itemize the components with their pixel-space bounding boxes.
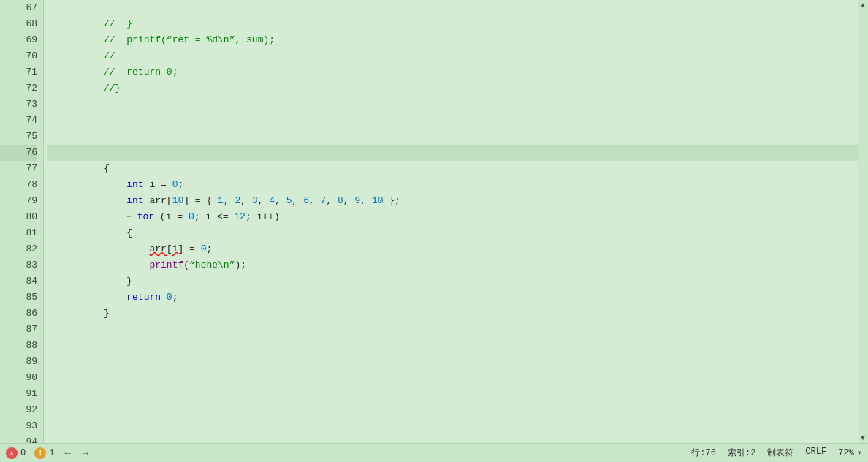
warning-indicator: ! 1 xyxy=(34,447,54,459)
code-line-71: //} xyxy=(47,64,858,80)
mode-indicator: 制表符 xyxy=(767,447,793,459)
code-line-78: int arr[10] = { 1, 2, 3, 4, 5, 6, 7, 8, … xyxy=(47,177,858,193)
line-num-91: 91 xyxy=(0,386,37,402)
line-num-87: 87 xyxy=(0,322,37,338)
nav-backward[interactable]: ← xyxy=(63,447,72,459)
line-num-69: 69 xyxy=(0,32,37,48)
line-num-90: 90 xyxy=(0,370,37,386)
code-line-90 xyxy=(47,370,858,386)
encoding-indicator: CRLF xyxy=(805,447,826,459)
line-num-67: 67 xyxy=(0,0,37,16)
line-num-83: 83 xyxy=(0,257,37,273)
zoom-control[interactable]: 72% ▾ xyxy=(838,447,862,459)
bottom-right-info: 行:76 索引:2 制表符 CRLF 72% ▾ xyxy=(691,447,862,459)
code-line-74 xyxy=(47,113,858,129)
line-num-76: 76 xyxy=(0,145,37,161)
line-num-68: 68 xyxy=(0,16,37,32)
line-num-70: 70 xyxy=(0,48,37,64)
line-num-73: 73 xyxy=(0,96,37,113)
code-line-77: int i = 0; xyxy=(47,161,858,177)
code-line-70: // return 0; xyxy=(47,48,858,64)
code-line-82: printf(“hehe\n”); xyxy=(47,241,858,257)
code-line-86 xyxy=(47,306,858,322)
code-line-93 xyxy=(47,418,858,434)
forward-arrow-icon[interactable]: → xyxy=(81,447,90,459)
code-line-73 xyxy=(47,96,858,113)
row-indicator: 行:76 xyxy=(691,447,716,459)
line-num-71: 71 xyxy=(0,64,37,80)
line-num-79: 79 xyxy=(0,193,37,209)
zoom-down-icon[interactable]: ▾ xyxy=(857,447,862,458)
line-num-88: 88 xyxy=(0,338,37,354)
scrollbar-vertical[interactable]: ▲ ▼ xyxy=(858,0,868,443)
zoom-level: 72% xyxy=(838,448,854,458)
error-icon: ✕ xyxy=(6,447,18,459)
code-line-84: return 0; xyxy=(47,273,858,289)
code-line-83: } xyxy=(47,257,858,273)
code-line-75: −int main() xyxy=(47,129,858,145)
line-num-84: 84 xyxy=(0,273,37,289)
line-num-77: 77 xyxy=(0,161,37,177)
code-content[interactable]: // } // printf(“ret = %d\n”, sum); // //… xyxy=(44,0,858,443)
code-line-79: − for (i = 0; i <= 12; i++) xyxy=(47,193,858,209)
line-num-85: 85 xyxy=(0,289,37,306)
col-indicator: 索引:2 xyxy=(728,447,755,459)
code-line-85: } xyxy=(47,289,858,306)
scrollbar-down-arrow[interactable]: ▼ xyxy=(858,433,868,443)
code-line-81: arr[i] = 0; xyxy=(47,225,858,241)
code-line-68: // printf(“ret = %d\n”, sum); xyxy=(47,16,858,32)
code-line-76: { xyxy=(47,145,858,161)
line-num-86: 86 xyxy=(0,306,37,322)
code-line-89 xyxy=(47,354,858,370)
code-line-69: // xyxy=(47,32,858,48)
line-num-92: 92 xyxy=(0,402,37,418)
code-line-88 xyxy=(47,338,858,354)
code-line-67: // } xyxy=(47,0,858,16)
line-num-82: 82 xyxy=(0,241,37,257)
line-num-89: 89 xyxy=(0,354,37,370)
code-line-87 xyxy=(47,322,858,338)
line-num-81: 81 xyxy=(0,225,37,241)
line-num-78: 78 xyxy=(0,177,37,193)
back-arrow-icon[interactable]: ← xyxy=(63,447,72,459)
bottom-bar: ✕ 0 ! 1 ← → 行:76 索引:2 制表符 CRLF 72% ▾ xyxy=(0,443,868,462)
nav-forward[interactable]: → xyxy=(81,447,90,459)
code-line-72 xyxy=(47,80,858,96)
warning-icon: ! xyxy=(34,447,46,459)
warning-count: 1 xyxy=(49,448,54,458)
scrollbar-up-arrow[interactable]: ▲ xyxy=(858,0,868,10)
line-num-93: 93 xyxy=(0,418,37,434)
line-num-72: 72 xyxy=(0,80,37,96)
error-count: 0 xyxy=(20,448,26,458)
code-line-91 xyxy=(47,386,858,402)
line-num-94: 94 xyxy=(0,434,37,443)
line-num-75: 75 xyxy=(0,129,37,145)
code-line-92 xyxy=(47,402,858,418)
line-num-80: 80 xyxy=(0,209,37,225)
code-line-80: { xyxy=(47,209,858,225)
error-indicator: ✕ 0 xyxy=(6,447,26,459)
line-numbers: 67 68 69 70 71 72 73 74 75 76 77 78 79 8… xyxy=(0,0,44,443)
editor-area: 67 68 69 70 71 72 73 74 75 76 77 78 79 8… xyxy=(0,0,868,443)
code-line-94 xyxy=(47,434,858,443)
line-num-74: 74 xyxy=(0,113,37,129)
